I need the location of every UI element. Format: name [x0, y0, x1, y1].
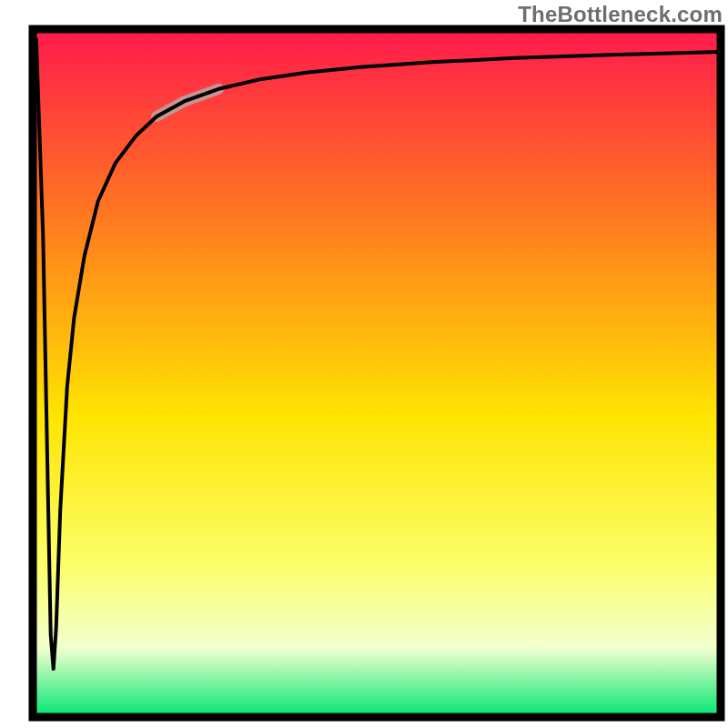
plot-background — [33, 29, 721, 717]
chart-stage: TheBottleneck.com — [0, 0, 728, 728]
bottleneck-plot — [0, 0, 728, 728]
